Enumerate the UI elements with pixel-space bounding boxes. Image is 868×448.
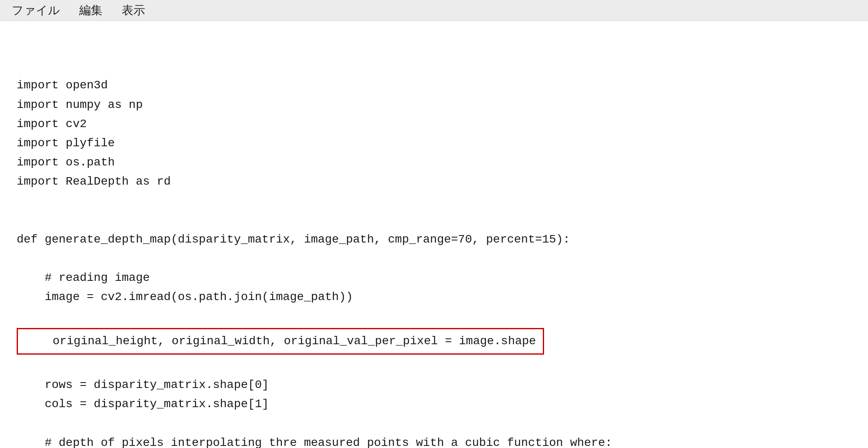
code-line: def generate_depth_map(disparity_matrix,…	[17, 230, 851, 249]
code-line: import RealDepth as rd	[17, 172, 851, 191]
menu-bar: ファイル 編集 表示	[0, 0, 868, 21]
highlighted-code-line: original_height, original_width, origina…	[17, 328, 544, 355]
code-line: import numpy as np	[17, 95, 851, 115]
code-line: ​	[17, 356, 851, 375]
code-line: rows = disparity_matrix.shape[0]	[17, 375, 851, 395]
code-content: import open3dimport numpy as npimport cv…	[17, 38, 851, 448]
code-editor[interactable]: import open3dimport numpy as npimport cv…	[0, 21, 868, 448]
code-line: ​	[17, 307, 851, 326]
code-line: import plyfile	[17, 134, 851, 153]
code-line: cols = disparity_matrix.shape[1]	[17, 395, 851, 414]
menu-item-edit[interactable]: 編集	[76, 1, 106, 20]
code-line: import os.path	[17, 153, 851, 172]
code-line: # reading image	[17, 268, 851, 288]
code-line: import open3d	[17, 76, 851, 95]
code-line: ​	[17, 211, 851, 230]
menu-item-view[interactable]: 表示	[118, 1, 148, 20]
code-line: ​	[17, 192, 851, 211]
code-line: image = cv2.imread(os.path.join(image_pa…	[17, 288, 851, 307]
code-line: # depth of pixels interpolating thre mea…	[17, 433, 851, 448]
code-line: import cv2	[17, 115, 851, 134]
code-line: ​	[17, 414, 851, 433]
menu-item-file[interactable]: ファイル	[8, 1, 63, 20]
code-line: ​	[17, 249, 851, 268]
